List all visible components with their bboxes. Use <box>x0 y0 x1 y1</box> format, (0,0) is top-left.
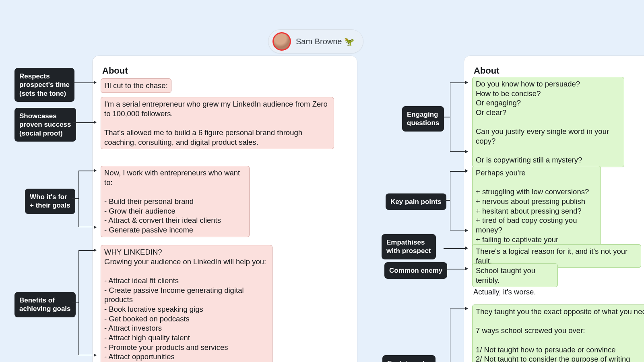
tag-benefits: Benefits of achieving goals <box>14 292 76 317</box>
connector <box>444 200 450 201</box>
tag-explains-why: Explains why <box>382 355 436 362</box>
profile-name: Sam Browne 🦖 <box>296 37 354 46</box>
arrow-icon <box>94 354 97 357</box>
connector <box>72 198 78 199</box>
tag-empathises: Empathises with prospect <box>382 234 436 259</box>
connector-bracket <box>450 309 450 362</box>
arrow-icon <box>465 267 468 270</box>
connector <box>444 269 465 269</box>
connector-bracket <box>78 250 79 355</box>
arrow-icon <box>465 81 468 84</box>
block-bio: I'm a serial entrepreneur who grew my Li… <box>101 97 334 149</box>
tag-respects-time: Respects prospect's time (sets the tone) <box>14 68 74 102</box>
arrow-icon <box>94 249 97 252</box>
arrow-icon <box>94 169 97 172</box>
arrow-icon <box>465 307 468 310</box>
arrow-icon <box>465 150 468 153</box>
tag-engaging: Engaging questions <box>402 106 444 132</box>
panel-title: About <box>474 66 644 76</box>
connector <box>72 302 78 303</box>
arrow-icon <box>465 247 468 250</box>
about-panel-left: About I'll cut to the chase: I'm a seria… <box>92 56 357 362</box>
connector <box>73 122 94 123</box>
tag-painpoints: Key pain points <box>386 193 446 210</box>
connector <box>444 248 465 249</box>
block-audience: Now, I work with entrepreneurs who want … <box>101 166 250 237</box>
arrow-icon <box>94 81 97 84</box>
block-enemy: School taught you terribly. <box>472 263 558 287</box>
arrow-icon <box>94 121 97 124</box>
arrow-icon <box>94 226 97 229</box>
panel-title: About <box>102 66 347 76</box>
connector-bracket <box>450 171 450 230</box>
profile-badge: Sam Browne 🦖 <box>268 29 363 53</box>
arrow-icon <box>465 229 468 232</box>
block-explains: They taught you the exact opposite of wh… <box>472 304 644 362</box>
block-benefits: WHY LINKEDIN? Growing your audience on L… <box>101 245 272 362</box>
plain-worse: Actually, it's worse. <box>473 287 536 297</box>
avatar <box>272 32 291 51</box>
block-questions: Do you know how to persuade? How to be c… <box>472 77 624 167</box>
tag-enemy: Common enemy <box>384 262 447 279</box>
block-painpoints: Perhaps you're + struggling with low con… <box>472 166 601 256</box>
arrow-icon <box>465 169 468 173</box>
about-panel-right: About Do you know how to persuade? How t… <box>464 56 644 362</box>
tag-social-proof: Showcases proven success (social proof) <box>14 108 76 142</box>
block-intro: I'll cut to the chase: <box>101 78 171 93</box>
connector <box>73 82 94 83</box>
connector-bracket <box>78 171 79 227</box>
tag-who-for: Who it's for + their goals <box>25 189 75 214</box>
connector-bracket <box>450 82 450 152</box>
connector <box>444 117 450 117</box>
